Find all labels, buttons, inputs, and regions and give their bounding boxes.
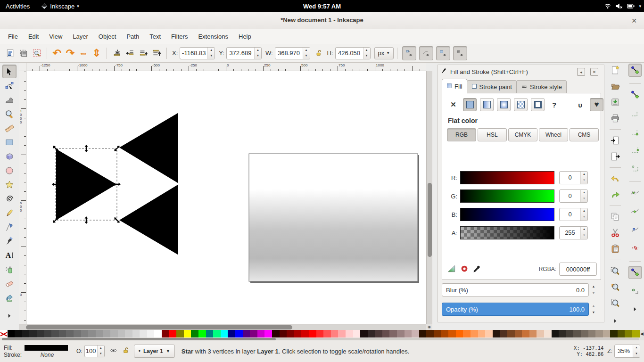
battery-icon[interactable] <box>626 1 636 11</box>
horizontal-scrollbar[interactable] <box>19 324 426 330</box>
select-all-button[interactable] <box>4 47 17 60</box>
blur-slider[interactable]: Blur (%) 0.0 <box>442 283 589 296</box>
menu-filters[interactable]: Filters <box>166 31 193 42</box>
commands-expander[interactable] <box>609 314 622 328</box>
select-all-layers-button[interactable] <box>17 47 30 60</box>
swatch-button[interactable] <box>531 98 545 111</box>
snapbar-expander-toggle[interactable] <box>628 303 642 316</box>
menu-path[interactable]: Path <box>121 31 144 42</box>
palette-swatch[interactable] <box>397 330 405 337</box>
palette-swatch[interactable] <box>331 330 339 337</box>
calligraphy-tool[interactable] <box>2 234 17 248</box>
colorspace-hsl[interactable]: HSL <box>478 128 507 141</box>
ellipse-tool[interactable] <box>2 164 17 177</box>
zoom-selection-button[interactable] <box>609 264 622 278</box>
slider-value-red[interactable]: 0▲▼ <box>559 171 588 184</box>
palette-swatch[interactable] <box>132 330 140 337</box>
palette-swatch[interactable] <box>368 330 375 337</box>
field-spinner[interactable]: ▲▼ <box>303 48 310 59</box>
menu-layer[interactable]: Layer <box>67 31 93 42</box>
tab-stroke-style[interactable]: Stroke style <box>516 80 567 93</box>
field-input[interactable]: 426.050▲▼ <box>335 47 371 59</box>
palette-swatch[interactable] <box>581 330 588 337</box>
menu-object[interactable]: Object <box>93 31 122 42</box>
palette-swatch[interactable] <box>184 330 191 337</box>
selected-star-triangle[interactable] <box>56 149 116 220</box>
save-document-button[interactable] <box>609 96 622 109</box>
fill-rule-nonzero-button[interactable]: ♥ <box>590 98 603 111</box>
snap-bbox-midpoints-toggle[interactable] <box>628 143 642 156</box>
layer-lock-icon[interactable] <box>122 346 129 356</box>
dialog-collapse-button[interactable]: ◂ <box>577 68 585 76</box>
field-input[interactable]: 372.689▲▼ <box>226 47 262 59</box>
palette-swatch[interactable] <box>456 330 463 337</box>
palette-swatch[interactable] <box>632 330 640 337</box>
colorspace-cmyk[interactable]: CMYK <box>508 128 537 141</box>
cms-adjust-button[interactable]: ◉ <box>426 324 432 330</box>
field-spinner[interactable]: ▲▼ <box>207 48 215 59</box>
app-menu[interactable]: Inkscape ▾ <box>35 0 85 12</box>
slider-value-blue[interactable]: 0▲▼ <box>559 208 588 221</box>
rotate-ccw-button[interactable]: ↶ <box>50 47 64 60</box>
palette-swatch[interactable] <box>485 330 493 337</box>
palette-swatch[interactable] <box>382 330 390 337</box>
drawing-canvas[interactable] <box>26 71 426 324</box>
palette-scroll-arrow-icon[interactable]: ◀ <box>640 331 644 336</box>
fill-rule-evenodd-button[interactable]: υ <box>574 99 586 111</box>
palette-swatch[interactable] <box>147 330 155 337</box>
palette-swatch[interactable] <box>176 330 184 337</box>
scale-handle[interactable] <box>85 145 88 152</box>
snap-bounding-box-toggle[interactable] <box>628 88 642 101</box>
copy-button[interactable] <box>609 210 622 223</box>
unknown-paint-button[interactable]: ? <box>548 99 561 111</box>
palette-swatch[interactable] <box>507 330 515 337</box>
pen-tool[interactable] <box>2 220 17 234</box>
menu-file[interactable]: File <box>3 31 23 42</box>
field-spinner[interactable]: ▲▼ <box>254 48 261 59</box>
field-input[interactable]: 368.970▲▼ <box>275 47 310 59</box>
palette-swatch[interactable] <box>59 330 66 337</box>
palette-swatch[interactable] <box>618 330 625 337</box>
new-document-button[interactable] <box>609 64 622 77</box>
tab-fill[interactable]: Fill <box>442 79 467 93</box>
slider-blue[interactable] <box>460 208 554 221</box>
snap-path-intersections-toggle[interactable] <box>628 205 642 218</box>
horizontal-ruler[interactable]: -1250-1000-750-500-25002505007501000 <box>26 63 426 71</box>
rotate-cw-button[interactable]: ↷ <box>64 47 77 60</box>
open-document-button[interactable] <box>609 80 622 93</box>
palette-swatch[interactable] <box>595 330 603 337</box>
fill-color-swatch[interactable] <box>25 345 68 351</box>
palette-swatch[interactable] <box>559 330 566 337</box>
colorspace-rgb[interactable]: RGB <box>447 128 476 141</box>
colorspace-wheel[interactable]: Wheel <box>539 128 568 141</box>
wifi-icon[interactable] <box>603 1 612 11</box>
blur-spinner[interactable]: ▲▼ <box>590 283 597 296</box>
layer-visibility-eye-icon[interactable] <box>109 346 117 356</box>
palette-swatch[interactable] <box>537 330 544 337</box>
color-picker-icon[interactable] <box>472 264 482 275</box>
units-dropdown[interactable]: px▼ <box>374 47 394 59</box>
palette-swatch[interactable] <box>37 330 44 337</box>
opacity-spinner[interactable]: ▲▼ <box>590 303 597 316</box>
toolbox-expander[interactable] <box>2 309 17 322</box>
slider-value-alpha[interactable]: 255▲▼ <box>559 226 588 239</box>
bucket-tool[interactable] <box>2 291 17 304</box>
palette-swatch[interactable] <box>213 330 221 337</box>
palette-swatch[interactable] <box>206 330 214 337</box>
current-layer-dropdown[interactable]: • Layer 1 ▼ <box>134 345 175 358</box>
palette-swatch[interactable] <box>375 330 382 337</box>
palette-swatch[interactable] <box>257 330 265 337</box>
palette-swatch[interactable] <box>625 330 632 337</box>
palette-swatch[interactable] <box>272 330 280 337</box>
palette-swatch[interactable] <box>309 330 316 337</box>
palette-swatch-none[interactable] <box>0 330 8 337</box>
palette-swatch[interactable] <box>29 330 37 337</box>
affect-patterns-toggle[interactable] <box>453 46 467 60</box>
palette-swatch[interactable] <box>346 330 353 337</box>
palette-swatch[interactable] <box>250 330 257 337</box>
palette-swatch[interactable] <box>338 330 346 337</box>
palette-swatch[interactable] <box>405 330 412 337</box>
system-menu-caret-icon[interactable]: ▾ <box>639 4 641 8</box>
palette-swatch[interactable] <box>441 330 449 337</box>
slider-green[interactable] <box>460 189 554 203</box>
